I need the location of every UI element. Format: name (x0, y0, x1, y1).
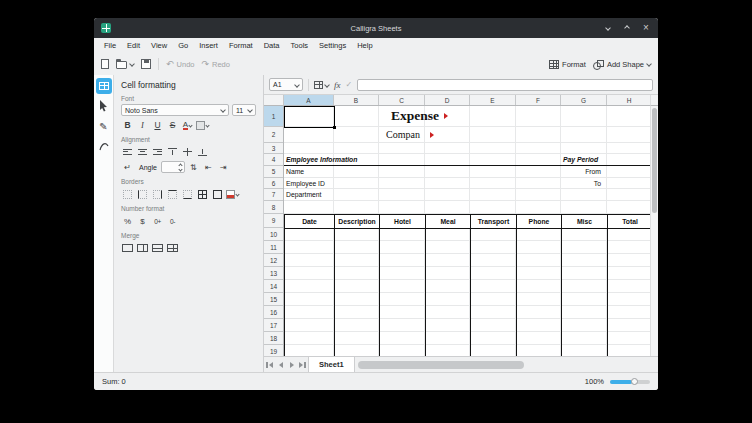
font-color-button[interactable] (181, 119, 194, 131)
money-button[interactable] (136, 215, 149, 227)
table-header-misc[interactable]: Misc (561, 214, 608, 229)
font-family-select[interactable]: Noto Sans (121, 104, 229, 116)
background-color-button[interactable] (196, 119, 209, 131)
strikethrough-button[interactable] (166, 119, 179, 131)
merge-horizontal-button[interactable] (136, 242, 149, 254)
sheet-cells[interactable]: DateDescriptionHotelMealTransportPhoneMi… (284, 106, 650, 356)
italic-button[interactable] (136, 119, 149, 131)
row-header-11[interactable]: 11 (264, 241, 283, 254)
percent-button[interactable] (121, 215, 134, 227)
border-none-button[interactable] (121, 188, 134, 200)
sheet-first-button[interactable] (264, 357, 275, 372)
undo-button[interactable]: Undo (166, 59, 194, 69)
menu-item-edit[interactable]: Edit (127, 41, 140, 50)
column-header-E[interactable]: E (470, 95, 516, 105)
calligraphy-tool-tab[interactable] (96, 138, 112, 154)
column-header-H[interactable]: H (607, 95, 650, 105)
bold-button[interactable] (121, 119, 134, 131)
border-color-button[interactable] (226, 188, 239, 200)
menu-item-view[interactable]: View (151, 41, 167, 50)
maximize-button[interactable] (622, 23, 632, 33)
sheet-next-button[interactable] (286, 357, 297, 372)
angle-spinbox[interactable] (161, 161, 185, 173)
vertical-scrollbar-thumb[interactable] (652, 108, 657, 213)
indent-decrease-button[interactable] (202, 161, 215, 173)
vertical-text-button[interactable] (187, 161, 200, 173)
wrap-text-button[interactable] (121, 161, 134, 173)
new-document-button[interactable] (101, 59, 109, 69)
pointer-tool-tab[interactable] (96, 98, 112, 114)
row-header-15[interactable]: 15 (264, 293, 283, 306)
row-header-10[interactable]: 10 (264, 228, 283, 241)
table-header-description[interactable]: Description (334, 214, 380, 229)
vertical-scrollbar[interactable] (650, 106, 658, 356)
horizontal-scrollbar-thumb[interactable] (358, 361, 525, 369)
row-header-9[interactable]: 9 (264, 214, 283, 228)
row-header-1[interactable]: 1 (264, 106, 283, 127)
table-header-transport[interactable]: Transport (470, 214, 517, 229)
valign-top-button[interactable] (166, 146, 179, 158)
menu-item-settings[interactable]: Settings (319, 41, 346, 50)
font-size-select[interactable]: 11 (232, 104, 256, 116)
border-left-button[interactable] (136, 188, 149, 200)
cell-reference-box[interactable]: A1 (269, 78, 303, 91)
formula-input[interactable] (357, 79, 653, 91)
sheet-tab[interactable]: Sheet1 (308, 357, 355, 372)
row-header-7[interactable]: 7 (264, 189, 283, 201)
increase-precision-button[interactable] (151, 215, 164, 227)
close-button[interactable] (641, 23, 651, 33)
row-header-4[interactable]: 4 (264, 154, 283, 166)
row-header-8[interactable]: 8 (264, 201, 283, 214)
border-all-button[interactable] (196, 188, 209, 200)
border-right-button[interactable] (151, 188, 164, 200)
row-header-2[interactable]: 2 (264, 127, 283, 143)
open-document-button[interactable] (116, 59, 134, 69)
menu-item-tools[interactable]: Tools (291, 41, 309, 50)
merge-vertical-button[interactable] (151, 242, 164, 254)
valign-bottom-button[interactable] (196, 146, 209, 158)
border-bottom-button[interactable] (181, 188, 194, 200)
row-header-13[interactable]: 13 (264, 267, 283, 280)
row-header-18[interactable]: 18 (264, 332, 283, 345)
menu-item-data[interactable]: Data (264, 41, 280, 50)
indent-increase-button[interactable] (217, 161, 230, 173)
selection-handle[interactable] (333, 126, 336, 129)
table-header-hotel[interactable]: Hotel (379, 214, 426, 229)
zoom-slider[interactable] (610, 380, 650, 384)
sheet-prev-button[interactable] (275, 357, 286, 372)
horizontal-scrollbar[interactable] (355, 357, 658, 372)
table-header-date[interactable]: Date (284, 214, 335, 229)
border-top-button[interactable] (166, 188, 179, 200)
row-header-6[interactable]: 6 (264, 178, 283, 189)
title-bar[interactable]: Calligra Sheets (94, 18, 658, 38)
column-header-C[interactable]: C (379, 95, 425, 105)
valign-middle-button[interactable] (181, 146, 194, 158)
sheet-last-button[interactable] (297, 357, 308, 372)
column-header-D[interactable]: D (425, 95, 470, 105)
menu-item-help[interactable]: Help (357, 41, 372, 50)
align-left-button[interactable] (121, 146, 134, 158)
column-header-B[interactable]: B (334, 95, 379, 105)
align-right-button[interactable] (151, 146, 164, 158)
menu-item-file[interactable]: File (104, 41, 116, 50)
row-header-3[interactable]: 3 (264, 143, 283, 154)
add-shape-button[interactable]: Add Shape (593, 60, 651, 69)
row-header-16[interactable]: 16 (264, 306, 283, 319)
zoom-slider-knob[interactable] (631, 378, 638, 385)
redo-button[interactable]: Redo (201, 59, 229, 69)
menu-item-format[interactable]: Format (229, 41, 253, 50)
align-center-button[interactable] (136, 146, 149, 158)
row-header-19[interactable]: 19 (264, 345, 283, 356)
column-header-A[interactable]: A (284, 95, 334, 105)
save-button[interactable] (141, 59, 151, 69)
unmerge-cells-button[interactable] (166, 242, 179, 254)
column-header-F[interactable]: F (516, 95, 561, 105)
format-button[interactable]: Format (549, 60, 586, 69)
insert-function-button[interactable]: fx (334, 80, 341, 90)
row-header-17[interactable]: 17 (264, 319, 283, 332)
apply-button[interactable]: ✓ (346, 80, 353, 89)
table-header-meal[interactable]: Meal (425, 214, 471, 229)
named-ranges-button[interactable] (314, 81, 329, 89)
row-header-5[interactable]: 5 (264, 166, 283, 178)
merge-cells-button[interactable] (121, 242, 134, 254)
